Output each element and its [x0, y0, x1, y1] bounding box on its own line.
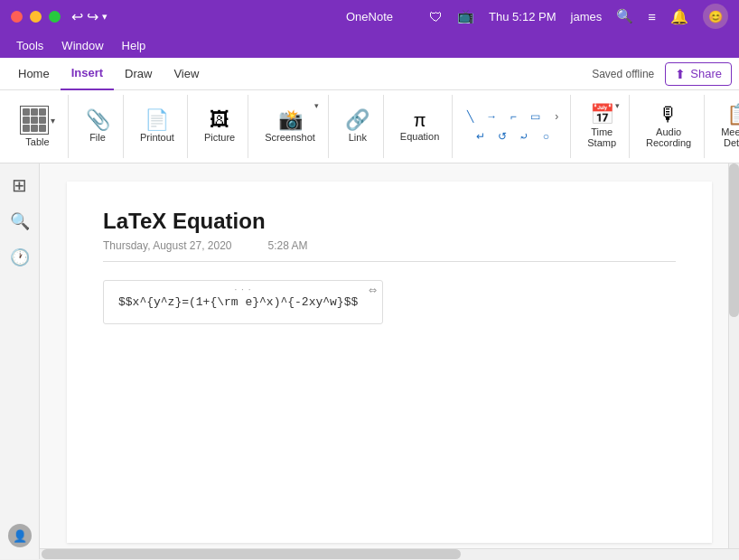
- ribbon-right-actions: Saved offline ⬆ Share: [592, 62, 732, 86]
- ellipse-tool[interactable]: ○: [536, 126, 556, 146]
- picture-icon: 🖼: [210, 110, 229, 130]
- table-label: Table: [25, 136, 49, 147]
- link-button[interactable]: 🔗 Link: [340, 99, 376, 154]
- ribbon-tabs-group: Home Insert Draw View: [7, 58, 210, 90]
- equation-button[interactable]: π Equation: [395, 99, 444, 154]
- printout-group: 📄 Printout: [127, 95, 188, 158]
- loop-arrow-tool[interactable]: ⤾: [514, 126, 534, 146]
- picture-button[interactable]: 🖼 Picture: [199, 99, 240, 154]
- picture-group: 🖼 Picture: [192, 95, 248, 158]
- timestamp-group: 📅 TimeStamp ▾: [575, 95, 630, 158]
- menu-help[interactable]: Help: [113, 33, 155, 58]
- table-icon: [20, 106, 49, 135]
- cast-icon: 📺: [457, 8, 474, 24]
- arrow-tool[interactable]: →: [482, 107, 501, 126]
- redo-button[interactable]: ↪: [87, 8, 98, 25]
- menu-icon[interactable]: ≡: [648, 9, 656, 24]
- timestamp-icon: 📅: [590, 105, 614, 125]
- main-area: ⊞ 🔍 🕐 👤 LaTeX Equation Thursday, August …: [0, 163, 739, 559]
- title-bar-right: 🛡 📺 Thu 5:12 PM james 🔍 ≡ 🔔 😊: [429, 4, 728, 29]
- menu-window[interactable]: Window: [52, 33, 112, 58]
- curved-arrow-tool[interactable]: ↺: [492, 126, 512, 146]
- page-time: 5:28 AM: [268, 239, 308, 252]
- share-icon: ⬆: [675, 67, 686, 81]
- undo-button[interactable]: ↩: [71, 8, 83, 25]
- share-label: Share: [690, 67, 722, 80]
- audio-icon: 🎙: [659, 105, 678, 125]
- sidebar-icon-sections[interactable]: ⊞: [5, 171, 34, 200]
- file-group: 📎 File: [72, 95, 124, 158]
- file-icon: 📎: [86, 110, 110, 130]
- link-icon: 🔗: [345, 110, 370, 130]
- ribbon: Home Insert Draw View Saved offline ⬆ Sh…: [0, 58, 739, 163]
- equation-label: Equation: [400, 131, 439, 142]
- printout-icon: 📄: [145, 110, 169, 130]
- tab-draw[interactable]: Draw: [114, 58, 163, 90]
- table-group: ▾ Table: [7, 95, 69, 158]
- link-label: Link: [349, 132, 367, 143]
- tab-home[interactable]: Home: [7, 58, 61, 90]
- corner-arrow-tool[interactable]: ⌐: [503, 107, 523, 126]
- file-button[interactable]: 📎 File: [80, 99, 116, 154]
- page-title: LaTeX Equation: [103, 209, 676, 234]
- meeting-group: 📋 MeetingDetails: [708, 95, 739, 158]
- picture-label: Picture: [204, 132, 235, 143]
- user-avatar[interactable]: 😊: [703, 4, 728, 29]
- menu-tools[interactable]: Tools: [7, 33, 52, 58]
- printout-label: Printout: [140, 132, 174, 143]
- screenshot-dropdown-icon: ▾: [314, 101, 319, 110]
- close-button[interactable]: [11, 11, 23, 23]
- maximize-button[interactable]: [49, 11, 61, 23]
- tab-view[interactable]: View: [163, 58, 210, 90]
- rectangle-tool[interactable]: ▭: [525, 107, 545, 126]
- screenshot-label: Screenshot: [265, 132, 315, 143]
- sidebar: ⊞ 🔍 🕐 👤: [0, 163, 40, 559]
- page-container: LaTeX Equation Thursday, August 27, 2020…: [67, 182, 712, 543]
- quick-access-button[interactable]: ▾: [102, 11, 108, 23]
- undo-redo-group: ↩ ↪ ▾: [71, 8, 108, 25]
- audio-group: 🎙 AudioRecording: [633, 95, 705, 158]
- share-button[interactable]: ⬆ Share: [665, 62, 732, 86]
- vertical-scrollbar[interactable]: [728, 163, 739, 548]
- traffic-lights: [11, 11, 61, 23]
- horizontal-scrollbar[interactable]: [40, 548, 739, 559]
- equation-block[interactable]: · · · ⇔ $$x^{y^z}=(1+{\rm e}^x)^{-2xy^w}…: [103, 280, 383, 324]
- sidebar-icon-recent[interactable]: 🕐: [5, 243, 34, 272]
- search-icon[interactable]: 🔍: [616, 8, 633, 24]
- meeting-button[interactable]: 📋 MeetingDetails: [716, 99, 739, 154]
- equation-resize-handle[interactable]: ⇔: [369, 285, 377, 296]
- equation-group: π Equation: [388, 95, 453, 158]
- title-bar: ↩ ↪ ▾ OneNote 🛡 📺 Thu 5:12 PM james 🔍 ≡ …: [0, 0, 739, 33]
- meeting-label: MeetingDetails: [721, 126, 739, 148]
- timestamp-label: TimeStamp: [587, 126, 616, 148]
- sidebar-icon-search[interactable]: 🔍: [5, 207, 34, 236]
- page-date: Thursday, August 27, 2020: [103, 239, 232, 252]
- content-area: LaTeX Equation Thursday, August 27, 2020…: [40, 163, 739, 559]
- sidebar-icon-account[interactable]: 👤: [5, 521, 34, 550]
- file-label: File: [89, 132, 106, 143]
- screenshot-button[interactable]: 📸 Screenshot ▾: [259, 99, 321, 154]
- scrollbar-thumb[interactable]: [42, 549, 461, 559]
- tab-insert[interactable]: Insert: [61, 58, 114, 90]
- system-time: Thu 5:12 PM: [489, 10, 556, 23]
- return-arrow-tool[interactable]: ↵: [471, 126, 491, 146]
- timestamp-button[interactable]: 📅 TimeStamp ▾: [582, 99, 622, 154]
- page-meta: Thursday, August 27, 2020 5:28 AM: [103, 239, 676, 262]
- audio-label: AudioRecording: [646, 126, 691, 148]
- table-dropdown-icon: ▾: [51, 116, 55, 126]
- shield-icon: 🛡: [429, 9, 443, 24]
- vertical-scrollbar-thumb[interactable]: [729, 163, 739, 317]
- audio-button[interactable]: 🎙 AudioRecording: [641, 99, 697, 154]
- table-button[interactable]: ▾ Table: [14, 102, 61, 151]
- equation-icon: π: [414, 111, 426, 129]
- save-status: Saved offline: [592, 68, 654, 80]
- equation-content: $$x^{y^z}=(1+{\rm e}^x)^{-2xy^w}$$: [118, 295, 368, 309]
- more-shapes-button[interactable]: ›: [547, 107, 566, 126]
- line-tool[interactable]: ╲: [460, 107, 480, 126]
- screenshot-icon: 📸: [278, 110, 303, 130]
- ribbon-content: ▾ Table 📎 File 📄 Printout 🖼 Picture: [0, 90, 739, 163]
- bell-icon[interactable]: 🔔: [670, 8, 688, 25]
- printout-button[interactable]: 📄 Printout: [135, 99, 180, 154]
- timestamp-dropdown-icon: ▾: [615, 101, 620, 110]
- minimize-button[interactable]: [30, 11, 42, 23]
